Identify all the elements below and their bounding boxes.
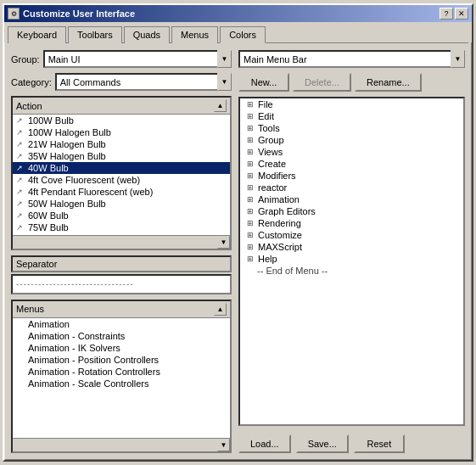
group-label: Group: xyxy=(11,54,40,64)
menu-bar-dropdown[interactable]: Main Menu Bar xyxy=(238,50,465,68)
menus-list-item[interactable]: Animation - Rotation Controllers xyxy=(13,366,230,378)
menus-list-item[interactable]: Animation - Scale Controllers xyxy=(13,378,230,389)
tree-item-label: Modifiers xyxy=(258,171,296,181)
main-window: ⚙ Customize User Interface ? ✕ Keyboard … xyxy=(3,3,473,462)
end-of-menu: -- End of Menu -- xyxy=(240,265,463,277)
list-item[interactable]: ↗4ft Cove Fluorescent (web) xyxy=(13,174,230,186)
app-icon: ⚙ xyxy=(8,8,20,20)
category-row: Category: All Commands ▼ xyxy=(11,73,232,91)
menus-list-item[interactable]: Animation - Constraints xyxy=(13,330,230,342)
list-item[interactable]: ↗50W Halogen Bulb xyxy=(13,198,230,210)
tree-item-label: Help xyxy=(258,254,277,264)
tree-item-maxscript[interactable]: ⊞ MAXScript xyxy=(240,241,463,253)
title-buttons: ? ✕ xyxy=(440,8,468,20)
tree-item-file[interactable]: ⊞ File xyxy=(240,98,463,110)
tree-item-rendering[interactable]: ⊞ Rendering xyxy=(240,217,463,229)
list-item[interactable]: ↗100W Bulb xyxy=(13,115,230,126)
menus-scroll-up[interactable]: ▲ xyxy=(214,303,227,316)
list-item[interactable]: ↗80W Halogen Bulb xyxy=(13,233,230,235)
new-button[interactable]: New... xyxy=(238,73,289,92)
rename-button[interactable]: Rename... xyxy=(355,73,422,92)
action-list-header: Action ▲ xyxy=(13,98,230,115)
tree-item-label: Create xyxy=(258,159,286,169)
menus-list-item[interactable]: Animation - Position Controllers xyxy=(13,354,230,366)
tree-item-graph-editors[interactable]: ⊞ Graph Editors xyxy=(240,205,463,217)
action-list-scroll[interactable]: ↗100W Bulb ↗100W Halogen Bulb ↗21W Halog… xyxy=(13,115,230,235)
load-button[interactable]: Load... xyxy=(238,434,291,453)
list-item[interactable]: ↗100W Halogen Bulb xyxy=(13,126,230,138)
menus-scroll-down[interactable]: ▼ xyxy=(217,439,230,451)
save-button[interactable]: Save... xyxy=(296,434,349,453)
tree-item-label: reactor xyxy=(258,182,287,193)
action-header-label: Action xyxy=(16,101,42,111)
list-item[interactable]: ↗35W Halogen Bulb xyxy=(13,150,230,162)
tree-item-help[interactable]: ⊞ Help xyxy=(240,253,463,265)
tree-list-panel[interactable]: ⊞ File ⊞ Edit ⊞ Tools ⊞ Group xyxy=(238,97,465,426)
tab-quads[interactable]: Quads xyxy=(124,26,170,43)
tab-bar: Keyboard Toolbars Quads Menus Colors xyxy=(4,22,472,42)
group-dropdown-wrapper: Main UI ▼ xyxy=(43,50,232,68)
expand-icon: ⊞ xyxy=(247,112,255,120)
menus-list-item[interactable]: Animation - IK Solvers xyxy=(13,342,230,354)
tree-item-group[interactable]: ⊞ Group xyxy=(240,134,463,146)
expand-icon: ⊞ xyxy=(247,136,255,144)
group-row: Group: Main UI ▼ xyxy=(11,50,232,68)
action-scroll-bottom: ▼ xyxy=(13,235,230,249)
expand-icon: ⊞ xyxy=(247,231,255,239)
tree-item-views[interactable]: ⊞ Views xyxy=(240,146,463,158)
bottom-button-row: Load... Save... Reset xyxy=(238,431,465,453)
item-icon: ↗ xyxy=(16,152,23,160)
tab-keyboard[interactable]: Keyboard xyxy=(8,26,66,43)
item-icon: ↗ xyxy=(16,116,23,125)
expand-icon: ⊞ xyxy=(247,195,255,204)
expand-icon: ⊞ xyxy=(247,160,255,168)
tab-toolbars[interactable]: Toolbars xyxy=(68,26,122,43)
tree-item-label: Animation xyxy=(258,194,300,204)
action-scroll-up[interactable]: ▲ xyxy=(214,99,227,112)
close-button[interactable]: ✕ xyxy=(455,8,468,20)
tree-item-modifiers[interactable]: ⊞ Modifiers xyxy=(240,170,463,182)
delete-button[interactable]: Delete... xyxy=(293,73,351,92)
menus-header-label: Menus xyxy=(16,304,44,314)
item-icon: ↗ xyxy=(16,199,23,208)
item-icon: ↗ xyxy=(16,223,23,232)
separator-label: Separator xyxy=(11,255,232,272)
list-item[interactable]: ↗21W Halogen Bulb xyxy=(13,138,230,150)
menus-section: Menus ▲ Animation Animation - Constraint… xyxy=(11,300,232,454)
tab-menus[interactable]: Menus xyxy=(171,26,218,43)
action-list-panel: Action ▲ ↗100W Bulb ↗100W Halogen Bulb ↗… xyxy=(11,96,232,250)
list-item[interactable]: ↗40W Bulb xyxy=(13,162,230,174)
list-item[interactable]: ↗60W Bulb xyxy=(13,210,230,221)
expand-icon: ⊞ xyxy=(247,255,255,263)
expand-icon: ⊞ xyxy=(247,207,255,216)
separator-section: Separator ------------------------------… xyxy=(11,255,232,294)
tree-item-reactor[interactable]: ⊞ reactor xyxy=(240,182,463,193)
tree-item-label: Tools xyxy=(258,123,280,133)
action-scroll-down[interactable]: ▼ xyxy=(217,236,230,249)
tree-item-customize[interactable]: ⊞ Customize xyxy=(240,229,463,241)
title-bar-left: ⚙ Customize User Interface xyxy=(8,8,135,20)
tree-item-create[interactable]: ⊞ Create xyxy=(240,158,463,170)
tree-item-edit[interactable]: ⊞ Edit xyxy=(240,110,463,122)
reset-button[interactable]: Reset xyxy=(354,434,405,453)
help-button[interactable]: ? xyxy=(440,8,453,20)
item-icon: ↗ xyxy=(16,211,23,220)
action-panel: Action ▲ ↗100W Bulb ↗100W Halogen Bulb ↗… xyxy=(11,96,232,250)
tab-colors[interactable]: Colors xyxy=(220,26,266,43)
menus-list-item[interactable]: Animation xyxy=(13,318,230,330)
tree-item-label: Customize xyxy=(258,230,302,240)
group-dropdown[interactable]: Main UI xyxy=(43,50,232,68)
tree-item-animation[interactable]: ⊞ Animation xyxy=(240,193,463,205)
tree-item-tools[interactable]: ⊞ Tools xyxy=(240,122,463,134)
item-icon: ↗ xyxy=(16,188,23,196)
item-icon: ↗ xyxy=(16,176,23,184)
tree-item-label: Rendering xyxy=(258,218,301,228)
list-item[interactable]: ↗4ft Pendant Fluorescent (web) xyxy=(13,186,230,198)
tree-item-label: Views xyxy=(258,147,283,157)
category-dropdown-wrapper: All Commands ▼ xyxy=(55,73,232,91)
tree-item-label: MAXScript xyxy=(258,242,302,252)
category-dropdown[interactable]: All Commands xyxy=(55,73,232,91)
menu-bar-dropdown-wrapper: Main Menu Bar ▼ xyxy=(238,50,465,68)
list-item[interactable]: ↗75W Bulb xyxy=(13,221,230,233)
menus-list-scroll[interactable]: Animation Animation - Constraints Animat… xyxy=(13,318,230,439)
